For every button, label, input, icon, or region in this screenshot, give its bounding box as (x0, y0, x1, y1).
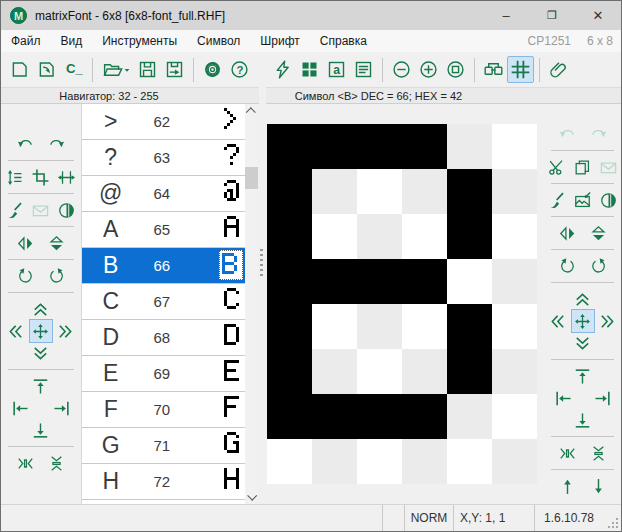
tiles-button[interactable] (296, 56, 323, 83)
rotate-ccw-button[interactable] (14, 265, 36, 287)
crop-button[interactable] (30, 166, 52, 188)
shift-right-button[interactable] (597, 310, 619, 332)
shift-down-button[interactable] (572, 332, 594, 354)
pixel-r4-c6[interactable] (492, 259, 537, 304)
help-button[interactable]: ? (226, 56, 253, 83)
find-binoculars-button[interactable] (480, 56, 507, 83)
shift-up-button[interactable] (572, 288, 594, 310)
pixel-r6-c4[interactable] (402, 349, 447, 394)
open-folder-button[interactable] (98, 56, 134, 83)
pixel-r3-c6[interactable] (492, 214, 537, 259)
close-button[interactable]: ✕ (575, 1, 621, 30)
shift-up-button[interactable] (30, 298, 52, 320)
flip-horizontal-button[interactable] (556, 222, 578, 244)
brush-button[interactable] (546, 189, 568, 211)
pixel-r2-c5[interactable] (447, 169, 492, 214)
pixel-r8-c5[interactable] (447, 439, 492, 484)
pixel-r3-c2[interactable] (312, 214, 357, 259)
pixel-r2-c6[interactable] (492, 169, 537, 214)
settings-gear-button[interactable] (199, 56, 226, 83)
pixel-r3-c5[interactable] (447, 214, 492, 259)
pixel-r8-c1[interactable] (267, 439, 312, 484)
shift-right-button[interactable] (55, 320, 77, 342)
pixel-r1-c6[interactable] (492, 124, 537, 169)
to-bottom-button[interactable] (572, 409, 594, 431)
menu-item-2[interactable]: Вид (51, 30, 93, 52)
menu-item-4[interactable]: Символ (187, 30, 250, 52)
pixel-r4-c4[interactable] (402, 259, 447, 304)
char-row-62[interactable]: > 62 (82, 104, 245, 140)
char-row-67[interactable]: C 67 (82, 284, 245, 320)
to-left-button[interactable] (552, 387, 574, 409)
pixel-r6-c5[interactable] (447, 349, 492, 394)
flip-horizontal-button[interactable] (14, 232, 36, 254)
list-scrollbar[interactable] (245, 104, 258, 504)
contrast-button[interactable] (56, 199, 78, 221)
pixel-r2-c2[interactable] (312, 169, 357, 214)
menu-item-3[interactable]: Инструменты (92, 30, 187, 52)
cut-button[interactable] (546, 156, 568, 178)
zoom-out-button[interactable] (388, 56, 415, 83)
move-button[interactable] (29, 319, 53, 343)
squeeze-horizontal-button[interactable] (14, 452, 36, 474)
pixel-r2-c1[interactable] (267, 169, 312, 214)
pixel-r8-c3[interactable] (357, 439, 402, 484)
pixel-r5-c6[interactable] (492, 304, 537, 349)
pixel-r3-c1[interactable] (267, 214, 312, 259)
char-width-button[interactable] (56, 166, 78, 188)
rotate-cw-button[interactable] (45, 265, 67, 287)
save-as-button[interactable] (161, 56, 188, 83)
arrow-up-button[interactable] (556, 475, 578, 497)
flip-vertical-button[interactable] (587, 222, 609, 244)
pixel-r2-c3[interactable] (357, 169, 402, 214)
redo-button[interactable] (45, 133, 67, 155)
char-row-70[interactable]: F 70 (82, 392, 245, 428)
pixel-r7-c1[interactable] (267, 394, 312, 439)
to-bottom-button[interactable] (30, 419, 52, 441)
pixel-r2-c4[interactable] (402, 169, 447, 214)
pixel-r7-c4[interactable] (402, 394, 447, 439)
to-left-button[interactable] (9, 397, 31, 419)
pixel-r4-c1[interactable] (267, 259, 312, 304)
pixel-r7-c2[interactable] (312, 394, 357, 439)
pixel-r5-c2[interactable] (312, 304, 357, 349)
pixel-r8-c2[interactable] (312, 439, 357, 484)
shift-down-button[interactable] (30, 342, 52, 364)
to-top-button[interactable] (30, 375, 52, 397)
char-row-72[interactable]: H 72 (82, 464, 245, 500)
brush-button[interactable] (4, 199, 26, 221)
squeeze-horizontal-button[interactable] (556, 442, 578, 464)
pixel-r3-c3[interactable] (357, 214, 402, 259)
scroll-up-arrow[interactable] (245, 104, 258, 119)
arrow-down-button[interactable] (587, 475, 609, 497)
pixel-r5-c3[interactable] (357, 304, 402, 349)
grid-toggle-button[interactable] (507, 56, 534, 83)
resize-grip-icon[interactable] (616, 518, 618, 520)
maximize-button[interactable]: ❐ (529, 1, 575, 30)
pixel-r3-c4[interactable] (402, 214, 447, 259)
squeeze-vertical-button[interactable] (587, 442, 609, 464)
charset-c-button[interactable]: C_ (60, 56, 87, 83)
pixel-r6-c1[interactable] (267, 349, 312, 394)
minimize-button[interactable]: – (483, 1, 529, 30)
pixel-r5-c4[interactable] (402, 304, 447, 349)
zoom-fit-button[interactable] (442, 56, 469, 83)
shift-left-button[interactable] (5, 320, 27, 342)
shift-left-button[interactable] (547, 310, 569, 332)
line-height-button[interactable] (4, 166, 26, 188)
save-button[interactable] (134, 56, 161, 83)
char-row-65[interactable]: A 65 (82, 212, 245, 248)
pixel-r1-c1[interactable] (267, 124, 312, 169)
paperclip-button[interactable] (545, 56, 572, 83)
char-row-66[interactable]: B 66 (82, 248, 245, 284)
char-row-71[interactable]: G 71 (82, 428, 245, 464)
undo-button[interactable] (14, 133, 36, 155)
copy-button[interactable] (572, 156, 594, 178)
pixel-r5-c5[interactable] (447, 304, 492, 349)
pixel-r1-c5[interactable] (447, 124, 492, 169)
to-right-button[interactable] (51, 397, 73, 419)
pixel-r4-c5[interactable] (447, 259, 492, 304)
rotate-ccw-button[interactable] (556, 255, 578, 277)
char-row-68[interactable]: D 68 (82, 320, 245, 356)
to-right-button[interactable] (591, 387, 613, 409)
